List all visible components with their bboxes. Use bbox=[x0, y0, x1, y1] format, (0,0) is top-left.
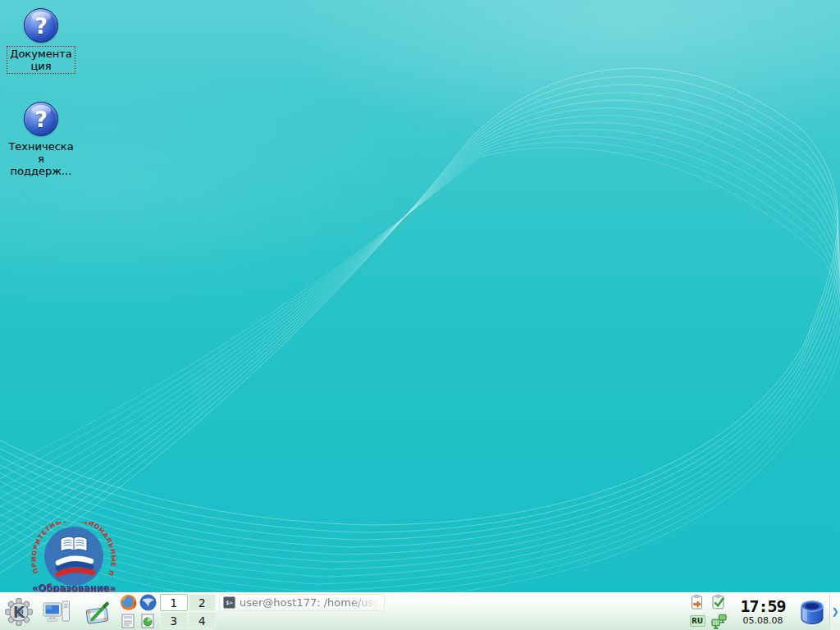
pen-tablet-icon bbox=[84, 597, 113, 627]
pie-document-launcher[interactable] bbox=[138, 612, 158, 630]
firefox-launcher[interactable] bbox=[118, 594, 138, 612]
keyboard-layout-indicator[interactable]: RU bbox=[687, 612, 708, 630]
klipper-tray-button[interactable] bbox=[687, 593, 708, 612]
open-book-icon bbox=[61, 536, 87, 551]
chevron-right-icon: ❯ bbox=[831, 606, 838, 617]
question-mark-sphere-icon: ? bbox=[24, 102, 58, 136]
document-launcher[interactable] bbox=[118, 612, 138, 630]
wallpaper-wave-lines bbox=[0, 0, 840, 630]
education-project-emblem: ПРИОРИТЕТНЫЕ НАЦИОНАЛЬНЫЕ ПРОЕКТЫ «Образ… bbox=[25, 522, 123, 596]
svg-text:K: K bbox=[13, 602, 26, 620]
clock-time: 17:59 bbox=[740, 597, 785, 615]
firefox-icon bbox=[119, 593, 138, 612]
desktop-icon-label: Техническа я поддерж... bbox=[6, 139, 75, 178]
task-button-terminal[interactable]: $> user@host177: /home/user bbox=[219, 594, 385, 611]
organizer-check-icon bbox=[710, 594, 727, 610]
k-menu-button[interactable]: K bbox=[0, 593, 38, 630]
quick-launch-area bbox=[116, 593, 159, 630]
pager-desktop-2[interactable]: 2 bbox=[189, 594, 217, 611]
task-title: user@host177: /home/user bbox=[240, 596, 381, 609]
computer-icon bbox=[42, 597, 71, 627]
desktop-icon-tech-support[interactable]: ? Техническа я поддерж... bbox=[4, 102, 78, 178]
k-menu-icon: K bbox=[3, 596, 34, 628]
pen-tablet-launcher[interactable] bbox=[80, 593, 116, 630]
desktop-pager: 1 2 3 4 bbox=[159, 593, 217, 630]
system-tray: RU bbox=[685, 593, 731, 630]
desktop-wallpaper: ? Документа ция ? Техническа я поддерж..… bbox=[0, 0, 840, 630]
pager-desktop-1[interactable]: 1 bbox=[160, 594, 188, 611]
organizer-tray-button[interactable] bbox=[708, 593, 729, 612]
blue-barrel-icon bbox=[797, 597, 827, 627]
terminal-icon: $> bbox=[223, 596, 235, 609]
thunderbird-icon bbox=[139, 593, 158, 612]
desktop-icon-label: Документа ция bbox=[7, 46, 75, 74]
desktop-access-button[interactable] bbox=[38, 593, 75, 630]
blue-barrel-applet[interactable] bbox=[795, 593, 829, 630]
thunderbird-launcher[interactable] bbox=[138, 594, 158, 612]
document-icon bbox=[120, 613, 136, 629]
pie-document-icon bbox=[139, 613, 156, 629]
panel-hide-button[interactable]: ❯ bbox=[829, 593, 840, 630]
flag-swoosh-icon bbox=[58, 559, 93, 574]
desktop-icon-documentation[interactable]: ? Документа ция bbox=[4, 8, 78, 74]
keyboard-layout-label: RU bbox=[690, 615, 705, 627]
network-monitors-icon bbox=[710, 613, 728, 630]
panel-clock[interactable]: 17:59 05.08.08 bbox=[731, 593, 795, 630]
pager-desktop-3[interactable]: 3 bbox=[160, 612, 188, 629]
taskbar: $> user@host177: /home/user bbox=[217, 593, 685, 630]
clock-date: 05.08.08 bbox=[743, 615, 783, 626]
pager-desktop-4[interactable]: 4 bbox=[189, 612, 217, 629]
question-mark-sphere-icon: ? bbox=[24, 8, 58, 43]
network-tray-button[interactable] bbox=[708, 612, 729, 630]
kicker-panel: K bbox=[0, 592, 840, 630]
klipper-icon bbox=[689, 594, 705, 610]
